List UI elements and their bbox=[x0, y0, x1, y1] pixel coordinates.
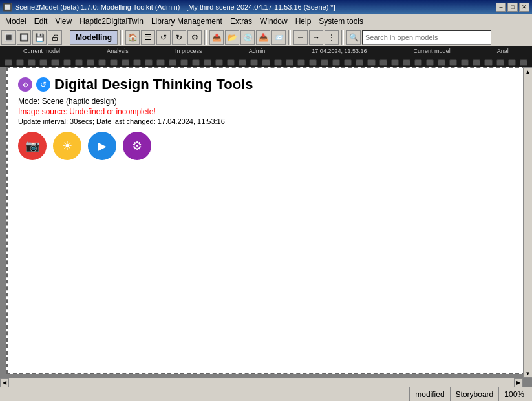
toolbar-more[interactable]: ⋮ bbox=[325, 30, 339, 45]
status-storyboard[interactable]: Storyboard bbox=[450, 387, 499, 401]
play-button[interactable]: ▶ bbox=[88, 132, 116, 160]
film-hole bbox=[403, 59, 410, 66]
horizontal-scrollbar[interactable]: ◀ ▶ bbox=[0, 378, 523, 387]
film-hole bbox=[215, 59, 223, 66]
film-hole bbox=[391, 59, 399, 66]
camera-button[interactable]: 📷 bbox=[18, 132, 47, 160]
film-label-anal: Anal bbox=[497, 48, 509, 54]
window-controls: – □ ✕ bbox=[496, 3, 529, 12]
film-label-in-process: In process bbox=[175, 48, 202, 54]
film-hole bbox=[110, 59, 118, 66]
film-hole bbox=[473, 59, 480, 66]
toolbar-save2[interactable]: 💿 bbox=[240, 30, 255, 45]
film-hole bbox=[39, 59, 47, 66]
separator-5 bbox=[341, 30, 344, 45]
menu-haptic2digitaltwin[interactable]: Haptic2DigitalTwin bbox=[76, 15, 147, 27]
toolbar-home[interactable]: 🏠 bbox=[125, 30, 140, 45]
title-text: Scene2Model (beta) 1.7.0: Modelling Tool… bbox=[12, 3, 496, 11]
toolbar-btn-4[interactable]: 🖨 bbox=[48, 30, 62, 45]
film-hole bbox=[321, 59, 328, 66]
toolbar-undo[interactable]: ← bbox=[293, 30, 308, 45]
film-hole bbox=[204, 59, 211, 66]
film-hole bbox=[520, 59, 527, 66]
menu-extras[interactable]: Extras bbox=[226, 15, 256, 27]
film-label-date: 17.04.2024, 11:53:16 bbox=[312, 48, 367, 54]
scroll-right-arrow[interactable]: ▶ bbox=[514, 378, 523, 387]
film-hole bbox=[122, 59, 129, 66]
toolbar-refresh1[interactable]: ↺ bbox=[156, 30, 171, 45]
minimize-button[interactable]: – bbox=[496, 3, 506, 12]
film-label-current-model: Current model bbox=[23, 48, 60, 54]
toolbar-import[interactable]: 📥 bbox=[256, 30, 270, 45]
film-hole bbox=[227, 59, 235, 66]
gear-purple-icon: ⚙ bbox=[18, 77, 32, 92]
film-holes-row bbox=[0, 59, 532, 66]
film-hole bbox=[133, 59, 141, 66]
menu-library-management[interactable]: Library Management bbox=[147, 15, 226, 27]
film-hole bbox=[51, 59, 59, 66]
blue-circle-icon: ↺ bbox=[36, 77, 50, 92]
film-hole bbox=[496, 59, 504, 66]
toolbar-mode-label: Modelling bbox=[70, 30, 118, 45]
scroll-up-arrow[interactable]: ▲ bbox=[524, 67, 533, 76]
separator-2 bbox=[120, 30, 123, 45]
scene-content: ⚙ ↺ Digital Design Thinking Tools Mode: … bbox=[8, 68, 524, 168]
camera-icon: 📷 bbox=[25, 139, 39, 153]
film-hole bbox=[414, 59, 422, 66]
vertical-scrollbar[interactable]: ▲ ▼ bbox=[523, 67, 532, 378]
film-hole bbox=[274, 59, 282, 66]
mode-text: Mode: Scene (haptic design) bbox=[18, 97, 514, 106]
menu-edit[interactable]: Edit bbox=[30, 15, 52, 27]
menu-model[interactable]: Model bbox=[1, 15, 30, 27]
menu-view[interactable]: View bbox=[51, 15, 76, 27]
toolbar-open[interactable]: 📂 bbox=[225, 30, 239, 45]
error-text: Image source: Undefined or incomplete! bbox=[18, 107, 514, 116]
toolbar-import2[interactable]: 📨 bbox=[271, 30, 286, 45]
search-box[interactable] bbox=[362, 30, 491, 45]
scene-title-row: ⚙ ↺ Digital Design Thinking Tools bbox=[18, 76, 514, 93]
update-text: Update interval: 30secs; Date last chang… bbox=[18, 118, 514, 125]
status-bar: modified Storyboard 100% bbox=[0, 387, 532, 401]
film-hole bbox=[508, 59, 516, 66]
toolbar-refresh2[interactable]: ↻ bbox=[172, 30, 186, 45]
film-hole bbox=[438, 59, 445, 66]
play-icon: ▶ bbox=[98, 139, 107, 153]
menu-bar: Model Edit View Haptic2DigitalTwin Libra… bbox=[0, 14, 532, 28]
toolbar-redo[interactable]: → bbox=[309, 30, 323, 45]
scroll-track-v[interactable] bbox=[524, 76, 532, 369]
film-hole bbox=[16, 59, 24, 66]
menu-window[interactable]: Window bbox=[256, 15, 292, 27]
film-hole bbox=[262, 59, 270, 66]
film-label-admin: Admin bbox=[249, 48, 266, 54]
menu-help[interactable]: Help bbox=[292, 15, 315, 27]
film-hole bbox=[192, 59, 200, 66]
film-hole bbox=[286, 59, 293, 66]
film-hole bbox=[367, 59, 375, 66]
maximize-button[interactable]: □ bbox=[507, 3, 518, 12]
film-hole bbox=[63, 59, 71, 66]
film-hole bbox=[344, 59, 352, 66]
sun-button[interactable]: ☀ bbox=[53, 132, 81, 160]
film-hole bbox=[28, 59, 36, 66]
search-input[interactable] bbox=[365, 34, 488, 41]
close-button[interactable]: ✕ bbox=[519, 3, 529, 12]
action-buttons: 📷 ☀ ▶ ⚙ bbox=[18, 132, 514, 160]
film-hole bbox=[309, 59, 317, 66]
toolbar-btn-3[interactable]: 💾 bbox=[32, 30, 47, 45]
film-label-analysis: Analysis bbox=[107, 48, 129, 54]
filmstrip: Current model Analysis In process Admin … bbox=[0, 46, 532, 67]
film-hole bbox=[98, 59, 106, 66]
toolbar-search-icon: 🔍 bbox=[346, 30, 361, 45]
toolbar-btn-2[interactable]: 🔲 bbox=[17, 30, 31, 45]
scroll-left-arrow[interactable]: ◀ bbox=[0, 378, 9, 387]
film-hole bbox=[180, 59, 188, 66]
toolbar-export[interactable]: 📤 bbox=[209, 30, 224, 45]
scroll-down-arrow[interactable]: ▼ bbox=[524, 369, 533, 378]
gear-button[interactable]: ⚙ bbox=[123, 132, 151, 160]
toolbar-list[interactable]: ☰ bbox=[141, 30, 155, 45]
toolbar-settings[interactable]: ⚙ bbox=[187, 30, 202, 45]
menu-system-tools[interactable]: System tools bbox=[315, 15, 367, 27]
film-hole bbox=[332, 59, 340, 66]
toolbar-btn-1[interactable]: 🔳 bbox=[1, 30, 16, 45]
scroll-track-h[interactable] bbox=[9, 378, 514, 387]
